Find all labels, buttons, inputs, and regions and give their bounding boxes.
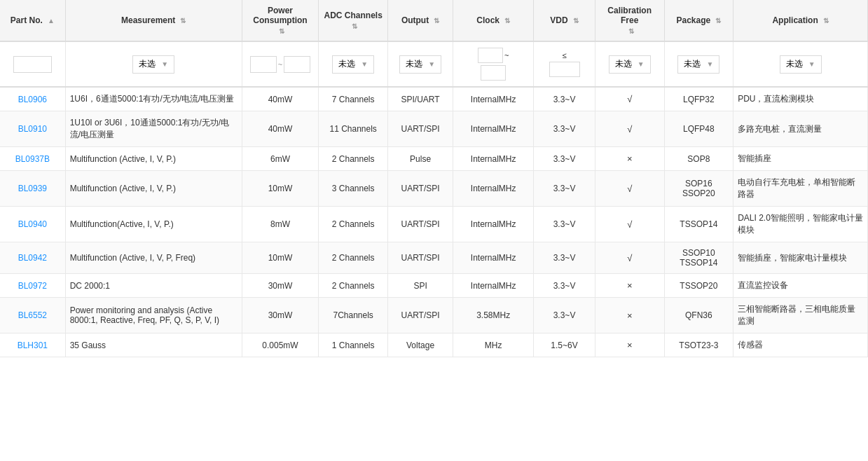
th-vdd-label: VDD <box>550 15 567 25</box>
th-vdd[interactable]: VDD ⇅ <box>534 0 595 41</box>
cell-package: LQFP48 <box>664 111 733 147</box>
filter-measurement-dropdown[interactable]: 未选 ▼ <box>132 55 174 74</box>
th-package-sort-icon[interactable]: ⇅ <box>715 17 721 25</box>
part-link[interactable]: BL0942 <box>18 253 47 263</box>
filter-package-dropdown[interactable]: 未选 ▼ <box>677 55 719 74</box>
cell-cal: √ <box>595 111 664 147</box>
cell-clock: InternalMHz <box>453 242 534 274</box>
main-table-container: Part No. ▲ Measurement ⇅ Power Consumpti… <box>0 0 868 357</box>
cell-output: UART/SPI <box>387 298 453 333</box>
cell-cal: √ <box>595 242 664 274</box>
part-link[interactable]: BLH301 <box>18 340 48 350</box>
filter-cal-cell: 未选 ▼ <box>595 41 664 87</box>
cell-power: 6mW <box>242 147 319 171</box>
cell-package: TSSOP14 <box>664 207 733 242</box>
filter-app-dropdown[interactable]: 未选 ▼ <box>780 55 822 74</box>
cell-cal: √ <box>595 171 664 207</box>
th-app[interactable]: Application ⇅ <box>733 0 868 41</box>
cell-partno: BL6552 <box>0 298 65 333</box>
th-partno[interactable]: Part No. ▲ <box>0 0 65 41</box>
filter-clock-input2[interactable] <box>481 65 506 81</box>
th-measurement[interactable]: Measurement ⇅ <box>65 0 242 41</box>
checkmark-icon: √ <box>627 184 632 194</box>
cell-cal: √ <box>595 207 664 242</box>
th-power[interactable]: Power Consumption ⇅ <box>242 0 319 41</box>
cell-clock: InternalMHz <box>453 171 534 207</box>
filter-clock-input1[interactable] <box>478 48 503 63</box>
part-link[interactable]: BL6552 <box>18 310 47 320</box>
filter-measurement-cell: 未选 ▼ <box>65 41 242 87</box>
th-adc-label: ADC Channels <box>324 11 382 20</box>
cell-power: 30mW <box>242 298 319 333</box>
table-row: BL0937BMultifunction (Active, I, V, P.)6… <box>0 147 868 171</box>
filter-adc-dropdown[interactable]: 未选 ▼ <box>332 55 374 74</box>
th-partno-sort-icon[interactable]: ▲ <box>48 17 55 25</box>
filter-power-max-input[interactable] <box>284 56 310 73</box>
th-power-sort-icon[interactable]: ⇅ <box>279 27 284 35</box>
th-partno-label: Part No. <box>11 15 43 25</box>
th-app-sort-icon[interactable]: ⇅ <box>823 17 829 25</box>
filter-partno-cell <box>0 41 65 87</box>
table-row: BL09061U6I，6通道5000:1有功/无功/电流/电压测量40mW7 C… <box>0 87 868 111</box>
cell-measurement: Multifunction(Active, I, V, P.) <box>65 207 242 242</box>
th-clock[interactable]: Clock ⇅ <box>453 0 534 41</box>
th-cal[interactable]: Calibration Free ⇅ <box>595 0 664 41</box>
th-adc[interactable]: ADC Channels ⇅ <box>319 0 388 41</box>
filter-output-cell: 未选 ▼ <box>387 41 453 87</box>
part-link[interactable]: BL0940 <box>18 219 47 229</box>
cell-measurement: Multifunction (Active, I, V, P, Freq) <box>65 242 242 274</box>
filter-adc-cell: 未选 ▼ <box>319 41 388 87</box>
dropdown-arrow-package: ▼ <box>706 60 713 68</box>
cell-adc: 7 Channels <box>319 87 388 111</box>
th-app-label: Application <box>772 15 818 25</box>
th-adc-sort-icon[interactable]: ⇅ <box>352 22 357 30</box>
cell-adc: 3 Channels <box>319 171 388 207</box>
part-link[interactable]: BL0910 <box>18 124 47 134</box>
filter-output-dropdown[interactable]: 未选 ▼ <box>399 55 441 74</box>
th-clock-sort-icon[interactable]: ⇅ <box>504 17 510 25</box>
filter-adc-label: 未选 <box>338 58 355 70</box>
th-measurement-sort-icon[interactable]: ⇅ <box>180 17 186 25</box>
th-output-sort-icon[interactable]: ⇅ <box>434 17 439 25</box>
dropdown-arrow-cal: ▼ <box>638 60 645 68</box>
part-link[interactable]: BL0906 <box>18 95 47 104</box>
cell-clock: InternalMHz <box>453 111 534 147</box>
cell-output: UART/SPI <box>387 111 453 147</box>
filter-package-label: 未选 <box>684 58 701 70</box>
filter-partno-input[interactable] <box>13 56 52 73</box>
cell-app: 直流监控设备 <box>733 274 868 298</box>
filter-app-cell: 未选 ▼ <box>733 41 868 87</box>
cross-icon: × <box>627 153 633 164</box>
cell-partno: BL0906 <box>0 87 65 111</box>
cell-measurement: DC 2000:1 <box>65 274 242 298</box>
th-vdd-sort-icon[interactable]: ⇅ <box>573 17 579 25</box>
cell-measurement: Multifunction (Active, I, V, P.) <box>65 171 242 207</box>
filter-power-min-input[interactable] <box>250 56 277 73</box>
cell-clock: MHz <box>453 333 534 357</box>
cell-adc: 7Channels <box>319 298 388 333</box>
cross-icon: × <box>627 280 633 291</box>
part-link[interactable]: BL0972 <box>18 281 47 291</box>
filter-vdd-input[interactable] <box>549 62 580 77</box>
cell-vdd: 3.3~V <box>534 298 595 333</box>
cell-package: SOP8 <box>664 147 733 171</box>
cell-app: PDU，直流检测模块 <box>733 87 868 111</box>
cell-app: 三相智能断路器，三相电能质量监测 <box>733 298 868 333</box>
filter-measurement-label: 未选 <box>139 58 156 70</box>
cell-partno: BL0942 <box>0 242 65 274</box>
th-output[interactable]: Output ⇅ <box>387 0 453 41</box>
cell-package: SSOP10 TSSOP14 <box>664 242 733 274</box>
th-package[interactable]: Package ⇅ <box>664 0 733 41</box>
table-row: BLH30135 Gauss0.005mW1 ChannelsVoltageMH… <box>0 333 868 357</box>
cell-output: UART/SPI <box>387 207 453 242</box>
filter-clock-cell: ~ <box>453 41 534 87</box>
filter-power-cell: ~ <box>242 41 319 87</box>
cell-vdd: 3.3~V <box>534 171 595 207</box>
filter-cal-dropdown[interactable]: 未选 ▼ <box>609 55 651 74</box>
cell-package: SOP16 SSOP20 <box>664 171 733 207</box>
part-link[interactable]: BL0937B <box>15 154 50 164</box>
part-link[interactable]: BL0939 <box>18 184 47 193</box>
th-cal-sort-icon[interactable]: ⇅ <box>628 27 634 35</box>
table-row: BL0939Multifunction (Active, I, V, P.)10… <box>0 171 868 207</box>
checkmark-icon: √ <box>627 124 632 135</box>
